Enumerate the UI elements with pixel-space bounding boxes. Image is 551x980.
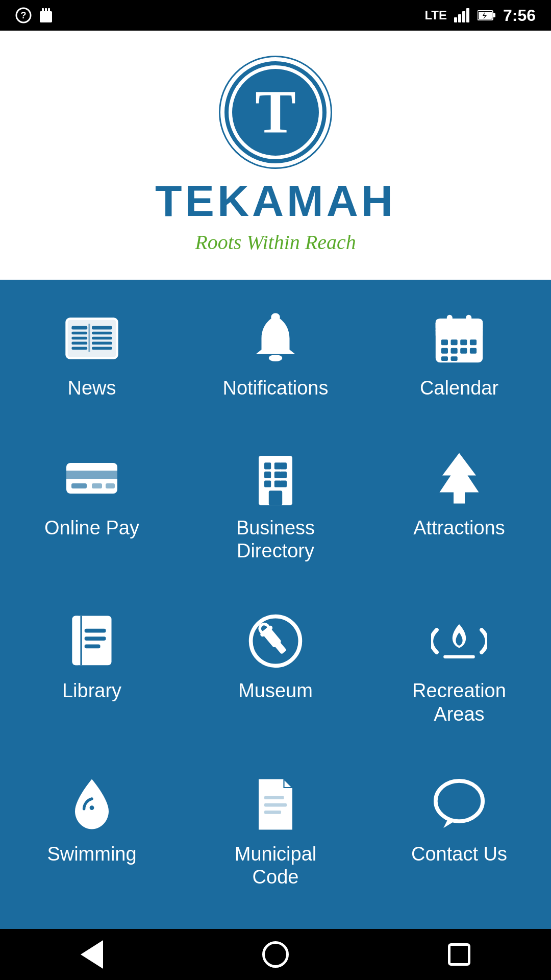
svg-marker-60 (440, 453, 479, 503)
svg-rect-40 (460, 348, 467, 354)
chat-icon (431, 776, 487, 832)
svg-rect-31 (436, 319, 483, 331)
svg-rect-48 (106, 483, 115, 488)
book-icon (64, 613, 120, 669)
home-button[interactable] (260, 939, 291, 970)
svg-rect-75 (264, 803, 287, 806)
menu-item-online-pay[interactable]: Online Pay (0, 430, 184, 593)
svg-rect-55 (280, 472, 287, 478)
menu-item-notifications[interactable]: Notifications (184, 290, 367, 430)
svg-rect-23 (92, 342, 112, 345)
svg-rect-3 (42, 8, 44, 13)
svg-rect-32 (447, 315, 453, 326)
svg-rect-20 (92, 326, 112, 330)
lte-label: LTE (424, 8, 447, 22)
svg-rect-76 (264, 811, 281, 814)
business-directory-label: Business Directory (236, 517, 315, 563)
swimming-label: Swimming (47, 843, 136, 866)
svg-rect-65 (85, 636, 106, 641)
svg-rect-38 (441, 348, 448, 354)
menu-item-swimming[interactable]: Swimming (0, 756, 184, 919)
svg-point-73 (90, 805, 94, 810)
news-label: News (67, 377, 116, 400)
svg-text:?: ? (21, 10, 27, 20)
back-button[interactable] (77, 939, 107, 970)
status-left-icons: ? (15, 7, 53, 23)
nav-bar (0, 929, 551, 980)
svg-rect-58 (280, 480, 287, 487)
svg-rect-41 (470, 348, 477, 354)
menu-item-municipal[interactable]: Municipal Code (184, 756, 367, 919)
menu-item-library[interactable]: Library (0, 593, 184, 755)
calendar-icon (431, 310, 487, 366)
menu-item-museum[interactable]: Museum (184, 593, 367, 755)
svg-rect-15 (71, 326, 87, 330)
svg-rect-24 (92, 347, 112, 350)
svg-rect-64 (85, 629, 106, 633)
status-right-icons: LTE 7:56 (424, 6, 536, 25)
menu-item-contact-us[interactable]: Contact Us (367, 756, 551, 919)
svg-rect-18 (71, 342, 87, 345)
recent-button[interactable] (444, 939, 474, 970)
tree-icon (431, 450, 487, 506)
recent-square-icon (448, 943, 470, 966)
telescope-icon (247, 613, 304, 669)
svg-rect-66 (85, 645, 101, 649)
logo-area: T TEKAMAH Roots Within Reach (0, 31, 551, 280)
svg-rect-39 (451, 348, 458, 354)
svg-rect-17 (71, 337, 87, 340)
svg-rect-5 (48, 8, 50, 13)
time-display: 7:56 (503, 6, 536, 25)
online-pay-label: Online Pay (44, 517, 139, 540)
wifi-icon: ? (15, 7, 32, 23)
building-icon (247, 450, 304, 506)
menu-item-news[interactable]: News (0, 290, 184, 430)
svg-rect-42 (441, 356, 448, 361)
back-arrow-icon (81, 940, 103, 969)
water-drop-icon (64, 776, 120, 832)
menu-item-attractions[interactable]: Attractions (367, 430, 551, 593)
svg-rect-11 (493, 13, 495, 17)
svg-rect-47 (92, 483, 102, 488)
menu-item-business-directory[interactable]: Business Directory (184, 430, 367, 593)
svg-rect-33 (466, 315, 471, 326)
bell-icon (247, 310, 304, 366)
museum-label: Museum (238, 679, 313, 703)
attractions-label: Attractions (413, 517, 505, 540)
recreation-areas-label: Recreation Areas (412, 679, 506, 726)
svg-rect-9 (466, 8, 469, 22)
logo-circle: T (224, 61, 327, 163)
menu-item-calendar[interactable]: Calendar (367, 290, 551, 430)
svg-rect-34 (441, 339, 448, 345)
municipal-label: Municipal Code (235, 843, 317, 889)
svg-rect-74 (264, 796, 284, 799)
document-icon (247, 776, 304, 832)
svg-rect-53 (264, 472, 271, 478)
app-subtitle: Roots Within Reach (195, 230, 356, 254)
svg-rect-46 (71, 483, 87, 488)
calendar-label: Calendar (420, 377, 498, 400)
svg-point-77 (436, 780, 483, 821)
svg-point-27 (269, 355, 282, 361)
app-title: TEKAMAH (155, 176, 396, 226)
fire-icon (431, 613, 487, 669)
home-circle-icon (262, 941, 289, 968)
svg-rect-45 (66, 471, 117, 479)
svg-rect-6 (454, 17, 457, 22)
svg-rect-21 (92, 332, 112, 335)
svg-rect-43 (451, 356, 458, 361)
svg-rect-16 (71, 332, 87, 335)
svg-rect-25 (88, 324, 90, 352)
status-bar: ? LTE 7:56 (0, 0, 551, 31)
svg-rect-62 (72, 616, 82, 666)
svg-rect-26 (271, 313, 280, 321)
svg-rect-59 (269, 491, 282, 505)
svg-rect-35 (451, 339, 458, 345)
library-label: Library (62, 679, 121, 703)
svg-rect-4 (45, 8, 47, 13)
sd-card-icon (39, 7, 53, 23)
svg-rect-7 (458, 14, 461, 22)
svg-rect-56 (264, 480, 271, 487)
menu-item-recreation-areas[interactable]: Recreation Areas (367, 593, 551, 755)
svg-rect-52 (280, 462, 287, 469)
